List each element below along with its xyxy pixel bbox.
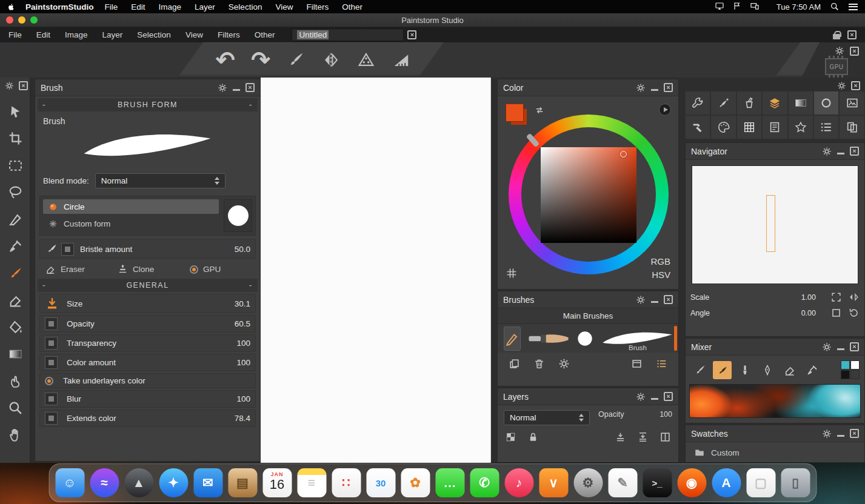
dock-reminders[interactable]: ∷ xyxy=(332,468,361,497)
mode-gpu-button[interactable]: GPU xyxy=(184,262,256,277)
input-source-icon[interactable] xyxy=(732,1,742,11)
brushes-settings-icon[interactable] xyxy=(636,295,646,305)
brush-close-icon[interactable] xyxy=(245,83,255,92)
color-panel-header[interactable]: Color xyxy=(498,79,678,96)
layers-checker-icon[interactable] xyxy=(505,431,516,443)
brush-form-circle[interactable]: Circle xyxy=(43,199,219,214)
brush-tip-preview[interactable] xyxy=(224,199,252,232)
smudge-tool[interactable] xyxy=(0,368,30,395)
menubar-menu-other[interactable]: Other xyxy=(342,2,362,12)
rgb-mode-label[interactable]: RGB xyxy=(650,255,670,268)
brush-settings-icon[interactable] xyxy=(218,83,227,93)
swatches-panel-header[interactable]: Swatches xyxy=(686,425,864,442)
menubar-menu-edit[interactable]: Edit xyxy=(131,2,145,12)
mixer-settings-icon[interactable] xyxy=(822,342,832,352)
navigator-panel-header[interactable]: Navigator xyxy=(686,143,864,160)
menubar-menu-filters[interactable]: Filters xyxy=(306,2,329,12)
swap-colors-icon[interactable] xyxy=(534,105,545,118)
eraser-tool[interactable] xyxy=(0,287,30,314)
palette-icon[interactable] xyxy=(710,115,736,139)
slider-toggle[interactable] xyxy=(45,317,58,330)
lock-icon[interactable] xyxy=(833,34,840,39)
crop-tool[interactable] xyxy=(0,125,30,153)
mixer-swatch[interactable] xyxy=(850,370,860,379)
pressure-icon[interactable] xyxy=(45,296,62,311)
dock-app-store[interactable]: A xyxy=(712,468,741,497)
mixer-eyedropper-icon[interactable] xyxy=(803,361,821,379)
layers-merge-all-icon[interactable] xyxy=(637,431,649,443)
layers-close-icon[interactable] xyxy=(664,392,673,401)
square-icon[interactable] xyxy=(830,307,842,319)
menubar-menu-selection[interactable]: Selection xyxy=(229,2,262,12)
app-menu-view[interactable]: View xyxy=(185,30,203,39)
mixer-panel-header[interactable]: Mixer xyxy=(686,339,864,356)
gradient-icon[interactable] xyxy=(788,91,813,115)
note-icon[interactable] xyxy=(762,115,787,139)
apple-menu-icon[interactable] xyxy=(7,2,17,12)
dock-books[interactable]: ∨ xyxy=(539,468,568,497)
ruler-button[interactable] xyxy=(388,47,415,73)
mixer-swatch[interactable] xyxy=(841,360,850,370)
dock-messages[interactable]: … xyxy=(435,468,464,497)
layers-panel-header[interactable]: Layers xyxy=(498,388,678,405)
dock-launchpad[interactable]: ▲ xyxy=(124,468,153,497)
flip-h-icon[interactable] xyxy=(848,291,860,303)
slider-toggle[interactable] xyxy=(45,356,58,369)
brushes-panel-header[interactable]: Brushes xyxy=(498,291,678,308)
left-dock-close-icon[interactable] xyxy=(19,81,28,90)
slider-toggle[interactable] xyxy=(45,337,58,350)
slider-toggle[interactable] xyxy=(45,393,58,405)
pencil-brush[interactable] xyxy=(504,327,521,351)
bristle-amount-row[interactable]: Bristle amount 50.0 xyxy=(39,239,256,259)
brush-form-custom-form[interactable]: Custom form xyxy=(43,216,219,231)
hammer-icon[interactable] xyxy=(685,115,710,139)
zoom-tool[interactable] xyxy=(0,395,30,422)
flat-brush[interactable]: Brush xyxy=(599,327,676,351)
color-settings-icon[interactable] xyxy=(636,83,646,93)
sv-cursor[interactable] xyxy=(620,151,627,158)
document-tab[interactable]: Untitled xyxy=(292,28,416,41)
gradient-tool[interactable] xyxy=(0,341,30,368)
blend-mode-select[interactable]: Normal xyxy=(95,173,225,188)
appmenu-close-icon[interactable] xyxy=(847,30,857,39)
fill-tool[interactable] xyxy=(0,314,30,341)
menubar-clock[interactable]: Tue 7:50 AM xyxy=(776,2,821,12)
brush-mode-button[interactable] xyxy=(282,47,309,73)
color-close-icon[interactable] xyxy=(664,83,673,92)
transform-tool[interactable] xyxy=(0,98,30,125)
dock-mail[interactable]: ✉ xyxy=(193,468,222,497)
layer-blend-mode-select[interactable]: Normal xyxy=(504,410,590,425)
dock-safari[interactable]: ✦ xyxy=(159,468,188,497)
lasso-tool[interactable] xyxy=(0,179,30,207)
round-brush[interactable] xyxy=(576,327,593,351)
toolbar-close-icon[interactable] xyxy=(850,47,859,56)
layers-settings-icon[interactable] xyxy=(636,392,646,402)
hsv-mode-label[interactable]: HSV xyxy=(650,268,670,282)
left-dock-settings-icon[interactable] xyxy=(5,81,14,90)
navigator-preview[interactable] xyxy=(692,165,858,284)
menubar-menu-image[interactable]: Image xyxy=(159,2,182,12)
brush-group-selector[interactable]: Main Brushes xyxy=(498,308,678,324)
brushes-duplicate-icon[interactable] xyxy=(509,358,520,370)
brushes-list-icon[interactable] xyxy=(656,358,667,370)
navigator-close-icon[interactable] xyxy=(850,147,859,156)
color-grid-icon[interactable] xyxy=(506,267,518,282)
slider-toggle[interactable] xyxy=(45,412,58,425)
magic-brush-icon[interactable] xyxy=(710,91,736,115)
notification-center-icon[interactable] xyxy=(849,4,858,10)
gpu-indicator[interactable]: GPU xyxy=(825,58,848,75)
color-play-button[interactable] xyxy=(658,102,672,119)
bristle-brush[interactable] xyxy=(526,327,571,351)
dock-music[interactable]: ♪ xyxy=(504,468,533,497)
swatches-close-icon[interactable] xyxy=(850,429,859,438)
mirror-paint-button[interactable] xyxy=(318,47,344,73)
color-minimize-icon[interactable] xyxy=(651,89,658,91)
dock-system-preferences[interactable]: ⚙ xyxy=(573,468,603,497)
list-icon[interactable] xyxy=(813,115,839,139)
dock-siri[interactable]: ≈ xyxy=(90,468,119,497)
brush-minimize-icon[interactable] xyxy=(233,89,240,91)
star-icon[interactable] xyxy=(788,115,813,139)
mixer-minimize-icon[interactable] xyxy=(837,348,844,350)
brushes-minimize-icon[interactable] xyxy=(651,301,658,303)
dock-clock-app[interactable]: 30 xyxy=(366,468,395,497)
